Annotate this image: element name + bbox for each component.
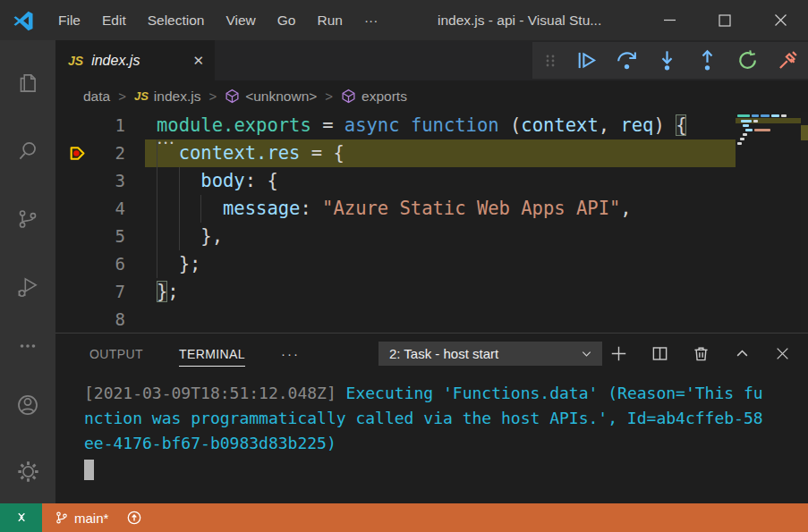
debug-restart-icon[interactable] — [736, 49, 759, 72]
debug-step-out-icon[interactable] — [696, 49, 719, 72]
debug-continue-icon[interactable] — [575, 49, 598, 72]
code-token: = — [311, 114, 344, 136]
menu-edit[interactable]: Edit — [91, 0, 137, 40]
code-token: = { — [300, 142, 344, 164]
source-control-icon[interactable] — [0, 185, 55, 253]
code-token: function — [411, 114, 499, 136]
gutter-line-3[interactable]: 3 — [55, 167, 145, 195]
breadcrumb-item-unknown[interactable]: <unknown> — [225, 89, 317, 105]
terminal-output[interactable]: [2021-03-09T18:51:12.048Z] Executing 'Fu… — [55, 374, 808, 503]
indent-guide — [157, 195, 179, 223]
debug-disconnect-icon[interactable] — [777, 49, 799, 72]
menu-selection[interactable]: Selection — [137, 0, 216, 40]
debug-step-over-icon[interactable] — [616, 49, 638, 72]
code-token: module.exports — [157, 114, 311, 136]
code-line-7: 7}; — [55, 278, 736, 306]
terminal-selector-dropdown[interactable]: 2: Task - host start — [378, 342, 602, 366]
panel-header: OUTPUT TERMINAL ··· 2: Task - host start — [55, 334, 808, 374]
code-line-content: context.res = { — [145, 139, 736, 167]
line-number: 8 — [115, 309, 125, 329]
line-number: 2 — [115, 143, 125, 163]
explorer-icon[interactable] — [0, 49, 55, 117]
kill-terminal-trash-icon[interactable] — [693, 345, 710, 362]
window-title: index.js - api - Visual Stu... — [438, 0, 601, 40]
branch-label: main* — [74, 511, 108, 526]
gutter-line-5[interactable]: 5 — [55, 223, 145, 250]
code-token: : — [300, 198, 322, 219]
code-token: ( — [499, 114, 522, 136]
minimize-button[interactable] — [642, 0, 697, 40]
code-line-content: }, — [145, 223, 736, 250]
menu-view[interactable]: View — [215, 0, 266, 40]
debug-step-into-icon[interactable] — [656, 49, 678, 72]
new-terminal-icon[interactable] — [610, 345, 627, 362]
tab-output[interactable]: OUTPUT — [89, 342, 143, 366]
remote-icon — [13, 511, 29, 526]
code-token: : { — [245, 170, 278, 191]
breadcrumb-item-exports[interactable]: exports — [341, 89, 407, 105]
code-line-content: module.exports = async function (context… — [145, 112, 736, 139]
window-controls — [642, 0, 808, 40]
minimap[interactable] — [736, 112, 801, 333]
menu-more[interactable]: ··· — [353, 0, 389, 40]
tab-close-icon[interactable]: ✕ — [192, 53, 204, 69]
remote-indicator[interactable] — [0, 503, 42, 532]
title-bar: FileEditSelectionViewGoRun··· index.js -… — [0, 0, 808, 40]
bottom-panel: OUTPUT TERMINAL ··· 2: Task - host start — [55, 333, 808, 503]
gutter-line-4[interactable]: 4 — [55, 195, 145, 223]
indent-guide — [157, 223, 179, 250]
tab-label: index.js — [91, 53, 140, 69]
terminal-line: nction was programmatically called via t… — [84, 406, 808, 431]
terminal-text-segment: [2021-03-09T18:51:12.048Z] — [84, 384, 346, 402]
more-views-icon[interactable] — [0, 321, 55, 371]
symbol-namespace-icon — [341, 89, 356, 104]
menu-go[interactable]: Go — [267, 0, 307, 40]
code-line-content: }; — [145, 278, 736, 306]
inline-breakpoint-dots-decoration: ••• — [157, 130, 175, 157]
menu-file[interactable]: File — [47, 0, 91, 40]
code-token: context — [521, 114, 598, 136]
code-editor[interactable]: 1module.exports = async function (contex… — [55, 112, 808, 333]
split-terminal-icon[interactable] — [651, 345, 668, 362]
run-and-debug-icon[interactable] — [0, 253, 55, 321]
maximize-button[interactable] — [697, 0, 753, 40]
breadcrumb-item-indexjs[interactable]: JS index.js — [134, 89, 200, 105]
gutter-line-2[interactable]: 2 — [55, 139, 145, 167]
search-icon[interactable] — [0, 117, 55, 185]
code-line-content — [145, 306, 736, 333]
code-token: ) — [653, 114, 676, 136]
code-token: message — [223, 198, 300, 219]
close-panel-icon[interactable] — [775, 346, 790, 361]
symbol-namespace-icon — [225, 89, 240, 104]
terminal-line: ee-4176-bf67-b0983d83b225) — [84, 431, 808, 456]
account-icon[interactable] — [0, 371, 55, 439]
code-line-8: 8 — [55, 306, 736, 333]
code-line-content: body: { — [145, 167, 736, 195]
tab-terminal[interactable]: TERMINAL — [179, 342, 245, 367]
terminal-text-segment: nction was programmatically called via t… — [84, 409, 763, 427]
breadcrumb: data > JS index.js > <unknown> > — [55, 80, 808, 112]
code-token: , — [599, 114, 621, 136]
tab-index-js[interactable]: JS index.js ✕ — [55, 40, 215, 80]
indent-guide — [200, 195, 223, 223]
gutter-line-6[interactable]: 6 — [55, 250, 145, 278]
breadcrumb-item-data[interactable]: data — [83, 89, 110, 105]
debug-toolbar — [532, 42, 808, 79]
panel-more-actions[interactable]: ··· — [281, 346, 300, 361]
breadcrumb-separator: > — [118, 89, 126, 104]
close-window-button[interactable] — [753, 0, 808, 40]
menu-run[interactable]: Run — [306, 0, 353, 40]
line-number: 7 — [115, 282, 125, 301]
publish-changes-button[interactable] — [121, 503, 148, 532]
breadcrumb-separator: > — [325, 89, 333, 104]
gutter-line-8[interactable]: 8 — [55, 306, 145, 333]
breakpoint-current-line-icon[interactable] — [68, 143, 89, 164]
toolbar-grip-icon[interactable] — [543, 53, 557, 69]
panel-actions — [610, 345, 790, 362]
maximize-panel-chevron-icon[interactable] — [734, 345, 751, 362]
gutter-line-1[interactable]: 1 — [55, 112, 145, 139]
settings-gear-icon[interactable] — [0, 439, 55, 503]
git-branch-status[interactable]: main* — [49, 503, 114, 532]
terminal-prompt-line — [84, 456, 808, 481]
gutter-line-7[interactable]: 7 — [55, 278, 145, 306]
